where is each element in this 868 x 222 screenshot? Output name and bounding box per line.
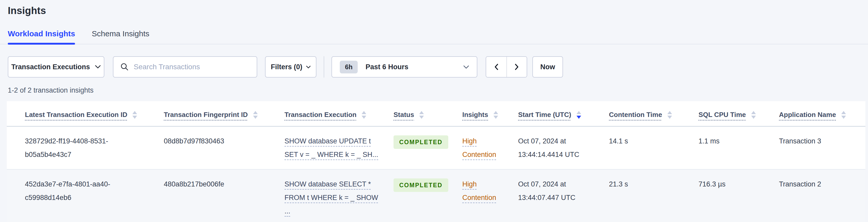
insights-table-card: Latest Transaction Execution ID Transact… [7, 101, 865, 217]
page-header: Insights [0, 0, 868, 17]
search-box[interactable] [113, 56, 257, 77]
column-header-insights[interactable]: Insights [462, 101, 518, 126]
sort-arrows-icon[interactable] [668, 110, 672, 119]
transaction-statement-link[interactable]: SHOW database UPDATE t [284, 134, 371, 148]
column-header-contention-time[interactable]: Contention Time [609, 101, 699, 126]
execution-type-select[interactable]: Transaction Executions [8, 56, 104, 77]
sort-arrows-icon[interactable] [751, 110, 756, 119]
cell-application-name: Transaction 2 [779, 169, 855, 222]
search-input[interactable] [134, 63, 250, 71]
column-header-status[interactable]: Status [394, 101, 462, 126]
toolbar: Transaction Executions Filters (0) 6h Pa… [8, 56, 861, 77]
cell-transaction-execution: SHOW database UPDATE t SET v = _ WHERE k… [284, 127, 394, 169]
sort-arrows-icon[interactable] [419, 110, 424, 119]
table-row: 452da3e7-e7fa-4801-aa40-c59988d14eb6 480… [7, 169, 865, 222]
cell-execution-id: 452da3e7-e7fa-4801-aa40-c59988d14eb6 [25, 169, 164, 222]
cell-insights: High Contention [462, 127, 518, 169]
time-range-badge: 6h [340, 61, 358, 73]
results-count: 1-2 of 2 transaction insights [8, 86, 861, 94]
table-row: 328729d2-ff19-4408-8531-b05a5b4e43c7 08d… [7, 127, 865, 169]
cell-status: COMPLETED [394, 169, 462, 222]
column-header-start-time[interactable]: Start Time (UTC) [518, 101, 609, 126]
cell-transaction-execution: SHOW database SELECT * FROM t WHERE k = … [284, 169, 394, 222]
cell-fingerprint-id: 480a8b217be006fe [164, 169, 284, 222]
cell-fingerprint-id: 08d8b7d97f830463 [164, 127, 284, 169]
chevron-down-icon [463, 65, 469, 69]
column-header-latest-transaction-execution-id[interactable]: Latest Transaction Execution ID [25, 101, 164, 126]
cell-application-name: Transaction 3 [779, 127, 855, 169]
sort-arrows-icon[interactable] [362, 110, 366, 119]
now-button[interactable]: Now [532, 56, 563, 77]
transaction-statement-link[interactable]: FROM t WHERE k = _ SHOW [284, 191, 378, 204]
cell-start-time: Oct 07, 2024 at 13:44:07.447 UTC [518, 169, 609, 222]
sort-arrows-icon[interactable] [841, 110, 846, 119]
next-time-button[interactable] [506, 57, 527, 77]
insight-link[interactable]: High Contention [462, 180, 496, 201]
time-range-picker[interactable]: 6h Past 6 Hours [332, 56, 477, 77]
execution-type-label: Transaction Executions [11, 63, 90, 71]
insight-link[interactable]: High Contention [462, 137, 496, 158]
sort-arrows-icon[interactable] [253, 110, 258, 119]
transaction-statement-link[interactable]: ... [284, 204, 290, 218]
page-title: Insights [8, 5, 861, 17]
transaction-statement-link[interactable]: SHOW database SELECT * [284, 178, 371, 191]
search-icon [120, 63, 129, 71]
cell-start-time: Oct 07, 2024 at 13:44:14.4414 UTC [518, 127, 609, 169]
cell-status: COMPLETED [394, 127, 462, 169]
cell-contention-time: 21.3 s [609, 169, 699, 222]
column-header-transaction-fingerprint-id[interactable]: Transaction Fingerprint ID [164, 101, 284, 126]
sort-arrows-icon[interactable] [577, 110, 581, 119]
transaction-statement-link[interactable]: SET v = _ WHERE k = _ SH... [284, 148, 378, 161]
table-header-row: Latest Transaction Execution ID Transact… [7, 101, 865, 127]
sort-arrows-icon[interactable] [493, 110, 498, 119]
status-badge: COMPLETED [394, 179, 448, 192]
chevron-right-icon [515, 64, 519, 70]
previous-time-button[interactable] [486, 57, 506, 77]
tab-workload-insights[interactable]: Workload Insights [8, 29, 75, 44]
chevron-left-icon [494, 64, 498, 70]
toolbar-divider [324, 56, 324, 77]
chevron-down-icon [306, 66, 311, 68]
filters-label: Filters (0) [271, 63, 302, 71]
tab-bar: Workload Insights Schema Insights [0, 29, 868, 44]
column-header-application-name[interactable]: Application Name [779, 101, 856, 126]
cell-insights: High Contention [462, 169, 518, 222]
time-range-label: Past 6 Hours [366, 63, 408, 71]
column-header-transaction-execution[interactable]: Transaction Execution [284, 101, 394, 126]
status-badge: COMPLETED [394, 135, 448, 149]
filters-button[interactable]: Filters (0) [265, 56, 316, 77]
time-step-buttons [486, 56, 527, 77]
tab-schema-insights[interactable]: Schema Insights [92, 29, 149, 44]
column-header-sql-cpu-time[interactable]: SQL CPU Time [699, 101, 779, 126]
sort-arrows-icon[interactable] [132, 110, 137, 119]
cell-execution-id: 328729d2-ff19-4408-8531-b05a5b4e43c7 [25, 127, 164, 169]
cell-sql-cpu-time: 1.1 ms [699, 127, 779, 169]
chevron-down-icon [95, 65, 101, 69]
cell-contention-time: 14.1 s [609, 127, 699, 169]
cell-sql-cpu-time: 716.3 µs [699, 169, 779, 222]
